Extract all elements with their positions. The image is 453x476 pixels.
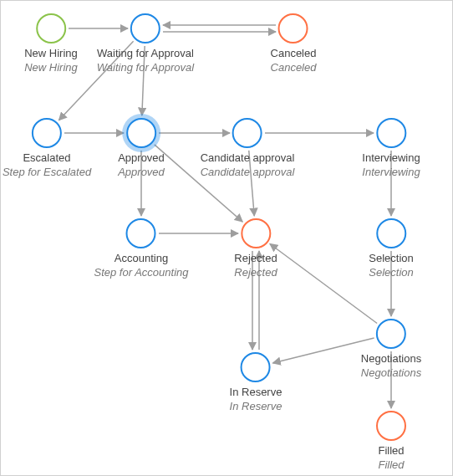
node-subtitle: New Hiring xyxy=(24,61,78,74)
node-approved[interactable]: ApprovedApproved xyxy=(118,118,165,180)
state-circle-icon xyxy=(376,319,406,349)
state-circle-icon xyxy=(126,218,156,248)
state-circle-icon xyxy=(32,118,62,148)
node-title: New Hiring xyxy=(24,47,78,60)
state-circle-icon xyxy=(36,13,66,44)
edge-line xyxy=(270,243,377,323)
node-in_reserve[interactable]: In ReserveIn Reserve xyxy=(230,352,282,414)
node-subtitle: Candidate approval xyxy=(201,166,295,179)
node-subtitle: In Reserve xyxy=(230,400,282,413)
state-circle-icon xyxy=(241,218,271,248)
state-circle-icon xyxy=(376,118,406,148)
node-title: Approved xyxy=(118,151,165,165)
node-title: Canceled xyxy=(271,47,317,60)
node-title: Candidate approval xyxy=(201,151,295,165)
edge-line xyxy=(272,338,374,363)
node-accounting[interactable]: AccountingStep for Accounting xyxy=(94,218,189,280)
state-circle-icon xyxy=(126,118,156,148)
node-new_hiring[interactable]: New HiringNew Hiring xyxy=(24,13,78,75)
state-circle-icon xyxy=(278,13,308,44)
node-interviewing[interactable]: InterviewingInterviewing xyxy=(362,118,420,180)
state-circle-icon xyxy=(232,118,262,148)
node-title: Selection xyxy=(369,252,413,265)
node-title: Escalated xyxy=(3,151,91,165)
node-rejected[interactable]: RejectedRejected xyxy=(234,218,277,280)
state-circle-icon xyxy=(376,218,406,248)
workflow-diagram: New HiringNew HiringWaiting for Approval… xyxy=(0,0,453,476)
node-subtitle: Rejected xyxy=(234,266,277,279)
node-subtitle: Selection xyxy=(369,266,413,279)
state-circle-icon xyxy=(130,13,160,44)
node-subtitle: Waiting for Approval xyxy=(97,61,194,74)
node-negotiations[interactable]: NegotiationsNegotiations xyxy=(361,319,421,381)
node-subtitle: Approved xyxy=(118,166,165,179)
node-title: In Reserve xyxy=(230,386,282,399)
node-selection[interactable]: SelectionSelection xyxy=(369,218,413,280)
node-title: Negotiations xyxy=(361,352,421,366)
node-subtitle: Negotiations xyxy=(361,366,421,380)
node-waiting[interactable]: Waiting for ApprovalWaiting for Approval xyxy=(97,13,194,75)
node-title: Waiting for Approval xyxy=(97,47,194,60)
node-subtitle: Step for Accounting xyxy=(94,266,189,279)
state-circle-icon xyxy=(376,411,406,441)
node-title: Interviewing xyxy=(362,151,420,165)
node-escalated[interactable]: EscalatedStep for Escalated xyxy=(3,118,91,180)
node-title: Rejected xyxy=(234,252,277,265)
node-subtitle: Canceled xyxy=(271,61,317,74)
node-subtitle: Filled xyxy=(376,458,406,472)
node-candidate[interactable]: Candidate approvalCandidate approval xyxy=(201,118,295,180)
node-canceled[interactable]: CanceledCanceled xyxy=(271,13,317,75)
node-subtitle: Step for Escalated xyxy=(3,166,91,179)
node-title: Filled xyxy=(376,444,406,458)
node-filled[interactable]: FilledFilled xyxy=(376,411,406,473)
node-subtitle: Interviewing xyxy=(362,166,420,179)
node-title: Accounting xyxy=(94,252,189,265)
state-circle-icon xyxy=(241,352,271,382)
